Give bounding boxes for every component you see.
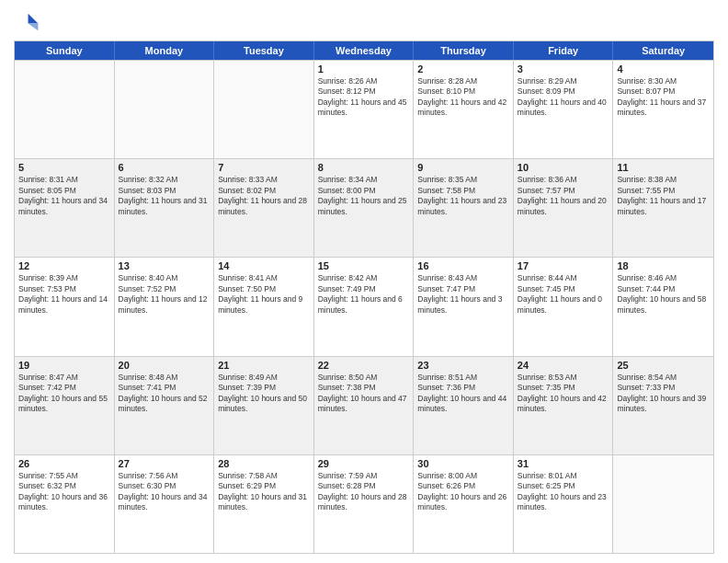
day-number: 5 [18, 162, 110, 173]
svg-marker-1 [28, 24, 39, 31]
day-info: Sunrise: 8:01 AMSunset: 6:25 PMDaylight:… [518, 471, 609, 513]
day-number: 8 [318, 162, 410, 173]
day-number: 17 [518, 260, 609, 271]
day-number: 19 [18, 360, 110, 371]
day-number: 20 [119, 360, 210, 371]
day-info: Sunrise: 8:53 AMSunset: 7:35 PMDaylight:… [518, 373, 609, 415]
cal-cell [115, 61, 215, 158]
cal-cell: 18Sunrise: 8:46 AMSunset: 7:44 PMDayligh… [613, 258, 713, 355]
cal-week-5: 26Sunrise: 7:55 AMSunset: 6:32 PMDayligh… [15, 454, 713, 553]
day-number: 28 [218, 458, 310, 469]
day-info: Sunrise: 8:39 AMSunset: 7:53 PMDaylight:… [18, 273, 110, 316]
cal-cell: 20Sunrise: 8:48 AMSunset: 7:41 PMDayligh… [115, 357, 215, 454]
day-info: Sunrise: 8:28 AMSunset: 8:10 PMDaylight:… [417, 76, 509, 119]
day-info: Sunrise: 8:32 AMSunset: 8:03 PMDaylight:… [119, 175, 210, 217]
cal-cell: 9Sunrise: 8:35 AMSunset: 7:58 PMDaylight… [414, 159, 514, 257]
day-info: Sunrise: 8:43 AMSunset: 7:47 PMDaylight:… [417, 273, 509, 316]
weekday-header-thursday: Thursday [414, 41, 514, 60]
cal-cell: 14Sunrise: 8:41 AMSunset: 7:50 PMDayligh… [214, 258, 314, 355]
weekday-header-friday: Friday [514, 41, 614, 60]
cal-cell: 5Sunrise: 8:31 AMSunset: 8:05 PMDaylight… [15, 159, 115, 257]
day-number: 6 [119, 162, 210, 173]
day-number: 14 [218, 260, 310, 271]
day-number: 24 [518, 360, 609, 371]
day-number: 31 [518, 458, 609, 469]
day-info: Sunrise: 7:59 AMSunset: 6:28 PMDaylight:… [318, 471, 410, 513]
day-info: Sunrise: 8:51 AMSunset: 7:36 PMDaylight:… [417, 373, 509, 415]
cal-cell [15, 61, 115, 158]
day-info: Sunrise: 8:29 AMSunset: 8:09 PMDaylight:… [518, 76, 609, 119]
day-info: Sunrise: 8:47 AMSunset: 7:42 PMDaylight:… [18, 373, 110, 415]
day-info: Sunrise: 8:49 AMSunset: 7:39 PMDaylight:… [218, 373, 310, 415]
cal-cell: 12Sunrise: 8:39 AMSunset: 7:53 PMDayligh… [15, 258, 115, 355]
day-info: Sunrise: 8:46 AMSunset: 7:44 PMDaylight:… [617, 273, 710, 316]
cal-cell: 10Sunrise: 8:36 AMSunset: 7:57 PMDayligh… [514, 159, 614, 257]
day-number: 1 [318, 63, 410, 75]
header [14, 9, 714, 35]
day-info: Sunrise: 8:44 AMSunset: 7:45 PMDaylight:… [518, 273, 609, 316]
calendar-header-row: SundayMondayTuesdayWednesdayThursdayFrid… [15, 41, 713, 60]
cal-cell: 13Sunrise: 8:40 AMSunset: 7:52 PMDayligh… [115, 258, 215, 355]
day-number: 26 [18, 458, 110, 469]
cal-cell: 22Sunrise: 8:50 AMSunset: 7:38 PMDayligh… [314, 357, 415, 454]
cal-cell: 19Sunrise: 8:47 AMSunset: 7:42 PMDayligh… [15, 357, 115, 454]
cal-cell: 4Sunrise: 8:30 AMSunset: 8:07 PMDaylight… [613, 61, 713, 158]
calendar-body: 1Sunrise: 8:26 AMSunset: 8:12 PMDaylight… [15, 60, 713, 553]
cal-week-2: 5Sunrise: 8:31 AMSunset: 8:05 PMDaylight… [15, 158, 713, 257]
day-number: 27 [119, 458, 210, 469]
day-number: 16 [417, 260, 509, 271]
calendar: SundayMondayTuesdayWednesdayThursdayFrid… [14, 40, 714, 554]
page: SundayMondayTuesdayWednesdayThursdayFrid… [0, 0, 728, 563]
day-number: 21 [218, 360, 310, 371]
cal-cell: 29Sunrise: 7:59 AMSunset: 6:28 PMDayligh… [314, 455, 415, 553]
day-info: Sunrise: 8:26 AMSunset: 8:12 PMDaylight:… [318, 76, 410, 119]
day-number: 15 [318, 260, 410, 271]
weekday-header-sunday: Sunday [15, 41, 115, 60]
day-info: Sunrise: 8:33 AMSunset: 8:02 PMDaylight:… [218, 175, 310, 217]
day-number: 22 [318, 360, 410, 371]
cal-cell: 21Sunrise: 8:49 AMSunset: 7:39 PMDayligh… [214, 357, 314, 454]
day-number: 30 [417, 458, 509, 469]
day-number: 12 [18, 260, 110, 271]
day-info: Sunrise: 8:30 AMSunset: 8:07 PMDaylight:… [617, 76, 710, 119]
cal-cell: 31Sunrise: 8:01 AMSunset: 6:25 PMDayligh… [514, 455, 614, 553]
logo [14, 9, 43, 35]
day-info: Sunrise: 8:50 AMSunset: 7:38 PMDaylight:… [318, 373, 410, 415]
cal-cell: 15Sunrise: 8:42 AMSunset: 7:49 PMDayligh… [314, 258, 415, 355]
day-info: Sunrise: 8:54 AMSunset: 7:33 PMDaylight:… [617, 373, 710, 415]
cal-cell: 30Sunrise: 8:00 AMSunset: 6:26 PMDayligh… [414, 455, 514, 553]
cal-cell: 2Sunrise: 8:28 AMSunset: 8:10 PMDaylight… [414, 61, 514, 158]
day-number: 29 [318, 458, 410, 469]
weekday-header-wednesday: Wednesday [314, 41, 415, 60]
day-info: Sunrise: 8:34 AMSunset: 8:00 PMDaylight:… [318, 175, 410, 217]
cal-cell: 28Sunrise: 7:58 AMSunset: 6:29 PMDayligh… [214, 455, 314, 553]
day-number: 9 [417, 162, 509, 173]
cal-cell: 8Sunrise: 8:34 AMSunset: 8:00 PMDaylight… [314, 159, 415, 257]
cal-cell: 7Sunrise: 8:33 AMSunset: 8:02 PMDaylight… [214, 159, 314, 257]
day-number: 13 [119, 260, 210, 271]
weekday-header-saturday: Saturday [613, 41, 713, 60]
day-info: Sunrise: 8:41 AMSunset: 7:50 PMDaylight:… [218, 273, 310, 316]
day-number: 18 [617, 260, 710, 271]
cal-cell: 23Sunrise: 8:51 AMSunset: 7:36 PMDayligh… [414, 357, 514, 454]
cal-cell: 26Sunrise: 7:55 AMSunset: 6:32 PMDayligh… [15, 455, 115, 553]
cal-cell: 17Sunrise: 8:44 AMSunset: 7:45 PMDayligh… [514, 258, 614, 355]
cal-cell: 24Sunrise: 8:53 AMSunset: 7:35 PMDayligh… [514, 357, 614, 454]
day-number: 10 [518, 162, 609, 173]
logo-icon [14, 9, 40, 35]
cal-cell: 16Sunrise: 8:43 AMSunset: 7:47 PMDayligh… [414, 258, 514, 355]
cal-cell: 3Sunrise: 8:29 AMSunset: 8:09 PMDaylight… [514, 61, 614, 158]
day-info: Sunrise: 7:58 AMSunset: 6:29 PMDaylight:… [218, 471, 310, 513]
day-info: Sunrise: 8:38 AMSunset: 7:55 PMDaylight:… [617, 175, 710, 217]
day-info: Sunrise: 8:42 AMSunset: 7:49 PMDaylight:… [318, 273, 410, 316]
weekday-header-monday: Monday [115, 41, 215, 60]
cal-cell: 11Sunrise: 8:38 AMSunset: 7:55 PMDayligh… [613, 159, 713, 257]
day-info: Sunrise: 8:36 AMSunset: 7:57 PMDaylight:… [518, 175, 609, 217]
day-info: Sunrise: 8:00 AMSunset: 6:26 PMDaylight:… [417, 471, 509, 513]
cal-cell: 1Sunrise: 8:26 AMSunset: 8:12 PMDaylight… [314, 61, 415, 158]
cal-cell: 25Sunrise: 8:54 AMSunset: 7:33 PMDayligh… [613, 357, 713, 454]
cal-cell [214, 61, 314, 158]
cal-week-3: 12Sunrise: 8:39 AMSunset: 7:53 PMDayligh… [15, 257, 713, 355]
day-number: 4 [617, 63, 710, 75]
cal-cell [613, 455, 713, 553]
